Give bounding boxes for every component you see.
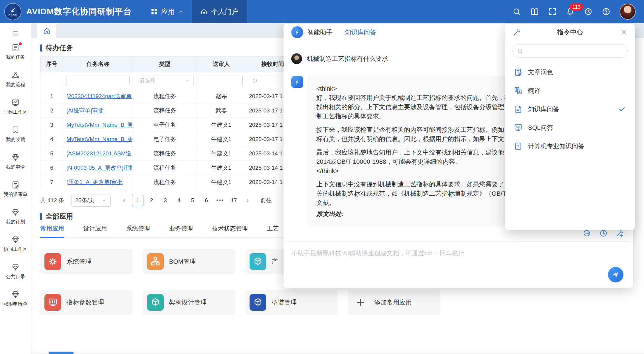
page-button-2[interactable]: 2 xyxy=(146,195,157,206)
col-header-name: 任务名称 xyxy=(63,56,133,72)
sidebar-item-public-directory[interactable]: 公共目录 xyxy=(0,258,31,285)
task-link[interactable]: [N-0003-05_A_更改单]审批 xyxy=(64,164,132,172)
cell-no: 3 xyxy=(41,118,63,132)
gem-icon xyxy=(11,290,20,299)
col-header-type: 类型 xyxy=(133,56,197,72)
sidebar-item-permission-requests[interactable]: 权限申请单 xyxy=(0,285,31,313)
command-item-translate[interactable]: 翻译 xyxy=(505,81,635,100)
svg-text:?: ? xyxy=(517,144,519,148)
assistant-mode-tab-knowledge-qa[interactable]: 知识库问答 xyxy=(345,28,376,36)
chevron-up-icon xyxy=(178,9,184,15)
sidebar-item-label: 公共目录 xyxy=(6,274,25,280)
sidebar-item-my-applications[interactable]: 我的申请 xyxy=(0,148,31,175)
page-size-select[interactable]: 25条/页 xyxy=(71,194,111,207)
sidebar-item-label: 我的收藏 xyxy=(6,137,25,143)
sidebar-item-collab-workspace[interactable]: 协同工作区 xyxy=(0,230,31,258)
app-root: CASC AVIDM数字化协同研制平台 应用 个人门户 xyxy=(0,0,644,354)
knowledge-doc-icon xyxy=(514,105,523,114)
command-center-header: 指令中心 xyxy=(505,24,635,41)
app-card-label: 指标参数管理 xyxy=(66,298,104,307)
magic-wand-icon[interactable] xyxy=(615,229,624,238)
scrollbar-thumb[interactable] xyxy=(49,352,74,354)
sidebar-item-my-plans[interactable]: 我的计划 xyxy=(0,203,31,230)
page-button-4[interactable]: 4 xyxy=(173,195,185,206)
tab-home[interactable] xyxy=(37,23,56,38)
fullscreen-icon[interactable] xyxy=(548,7,557,16)
nav-portal-label: 个人门户 xyxy=(211,7,239,16)
assistant-avatar-icon xyxy=(291,76,303,88)
command-search-input[interactable] xyxy=(526,45,627,57)
pages-ellipsis[interactable]: ••• xyxy=(214,195,226,206)
add-common-app-button[interactable]: 添加常用应用 xyxy=(348,290,440,315)
apps-tab-business[interactable]: 业务管理 xyxy=(169,225,193,237)
cell-sender: 赵寒 xyxy=(197,89,246,103)
nav-apps-menu[interactable]: 应用 xyxy=(145,0,188,23)
sidebar-item-my-review-forms[interactable]: 我的送审单 xyxy=(0,175,31,203)
table-header-row: 序号 任务名称 类型 送审人 接收时间 xyxy=(41,56,300,72)
chevron-down-icon xyxy=(101,198,107,203)
notifications-bell-icon[interactable]: 113 xyxy=(566,7,575,16)
horizontal-scrollbar xyxy=(31,352,644,354)
task-link[interactable]: [ASM2023121201.ASM送 xyxy=(64,150,132,157)
app-card-indicator-params[interactable]: 指标参数管理 xyxy=(40,290,133,315)
prev-page-button[interactable]: ‹ xyxy=(118,195,130,206)
sidebar-item-my-tasks[interactable]: 我的任务 xyxy=(0,38,31,66)
page-button-3[interactable]: 3 xyxy=(160,195,171,206)
app-card-architecture-design[interactable]: 架构设计管理 xyxy=(143,290,235,315)
filter-type-select[interactable]: 请选择 xyxy=(136,75,193,86)
table-row: 5 [ASM2023121201.ASM送 流程任务 牛建义1 2025-03-… xyxy=(41,146,300,161)
sidebar-item-3d-workspace[interactable]: 三维工作区 xyxy=(0,93,31,120)
help-icon[interactable] xyxy=(602,7,611,16)
manual-book-icon[interactable] xyxy=(530,7,539,16)
command-item-polish-article[interactable]: 文章润色 xyxy=(505,63,635,81)
sidebar-item-my-favorites[interactable]: 我的收藏 xyxy=(0,120,31,148)
sidebar-item-label: 权限申请单 xyxy=(4,301,27,307)
cell-no: 4 xyxy=(41,132,63,146)
page-button-17[interactable]: 17 xyxy=(228,195,239,206)
app-card-label: 产 xyxy=(272,257,278,266)
search-icon[interactable] xyxy=(512,7,521,16)
clear-context-icon[interactable] xyxy=(583,229,592,238)
app-card-system-mgmt[interactable]: 系统管理 xyxy=(40,249,133,274)
apps-tab-common[interactable]: 常用应用 xyxy=(40,225,64,238)
cell-type: 电子任务 xyxy=(133,132,197,146)
command-item-knowledge-qa[interactable]: 知识库问答 xyxy=(505,100,635,118)
command-item-cs-knowledge-qa[interactable]: ? 计算机专业知识问答 xyxy=(505,137,635,155)
page-button-1[interactable]: 1 xyxy=(132,195,143,206)
app-card-spectrum-mgmt[interactable]: 型谱管理 xyxy=(245,290,338,315)
app-card-bom-mgmt[interactable]: BOM管理 xyxy=(143,249,235,274)
gem-icon xyxy=(11,263,20,272)
task-link[interactable]: MyTetstVMm_Name_B_更 xyxy=(64,121,132,129)
filter-sender-input[interactable] xyxy=(200,75,243,86)
apps-tab-system[interactable]: 系统管理 xyxy=(126,225,150,237)
send-button[interactable] xyxy=(608,267,623,282)
command-search-box[interactable] xyxy=(513,44,628,58)
command-item-sql-qa[interactable]: SQL SQL问答 xyxy=(505,118,635,137)
apps-tab-process[interactable]: 工艺 xyxy=(267,225,279,237)
task-link[interactable]: MyTetstVMm_Name_B_更 xyxy=(64,135,132,143)
chat-input-area xyxy=(284,242,633,288)
filter-name-input[interactable] xyxy=(66,75,130,86)
left-sidebar: 我的任务 我的流程 三维工作区 xyxy=(0,23,31,354)
apps-tab-design[interactable]: 设计应用 xyxy=(83,225,107,237)
chat-history-icon[interactable] xyxy=(599,229,608,238)
history-clock-icon[interactable] xyxy=(584,7,593,16)
hierarchy-app-icon xyxy=(147,253,164,270)
user-avatar[interactable] xyxy=(620,4,636,20)
next-page-button[interactable]: › xyxy=(242,195,253,206)
close-icon[interactable] xyxy=(620,29,628,36)
page-button-5[interactable]: 5 xyxy=(187,195,198,206)
task-link[interactable]: [202304111924part送审单 xyxy=(64,92,132,100)
sidebar-item-my-flows[interactable]: 我的流程 xyxy=(0,66,31,93)
chat-message-input[interactable] xyxy=(284,242,633,288)
monitor-chart-icon xyxy=(11,98,20,107)
page-button-6[interactable]: 6 xyxy=(201,195,212,206)
task-link[interactable]: [压条1_A_更改单]审批 xyxy=(64,178,132,186)
apps-tab-tech-state[interactable]: 技术状态管理 xyxy=(212,225,248,237)
app-card-label: 型谱管理 xyxy=(272,298,297,307)
nav-personal-portal[interactable]: 个人门户 xyxy=(192,0,247,23)
task-link[interactable]: [AI送审单]审批 xyxy=(64,107,132,115)
document-pen-icon xyxy=(11,180,20,189)
page-size-value: 25条/页 xyxy=(75,197,94,204)
sidebar-collapse-button[interactable] xyxy=(10,28,21,38)
